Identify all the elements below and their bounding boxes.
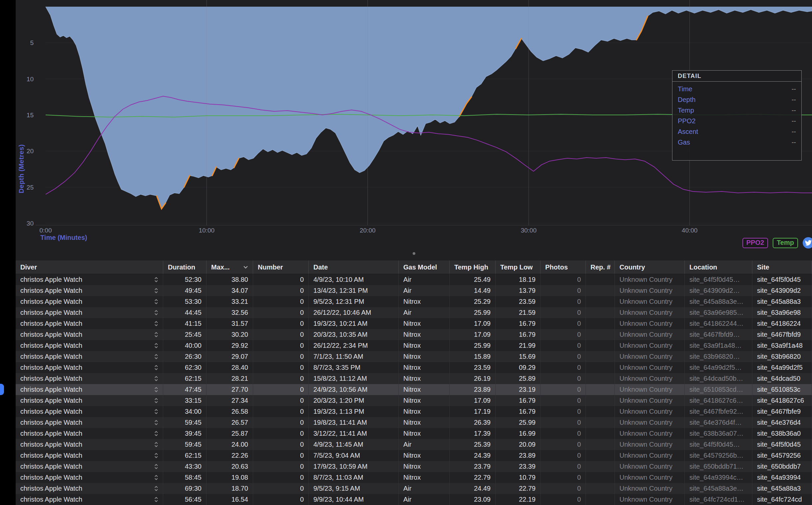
table-row[interactable]: christos Apple Watch 41:1531.57019/3/23,… (16, 318, 812, 329)
dive-log-app: 0:0010:0020:0030:0040:0051015202530 Dept… (0, 0, 812, 505)
cell-site: site_63a96e98 (752, 307, 812, 318)
column-header-gas[interactable]: Gas Model (399, 261, 450, 274)
row-stepper-icon[interactable] (154, 310, 158, 316)
column-header-rep[interactable]: Rep. # (586, 261, 615, 274)
table-row[interactable]: christos Apple Watch 59:4526.57019/8/23,… (16, 417, 812, 428)
cell-location: site_63b96820… (685, 351, 752, 362)
dive-profile-chart[interactable]: 0:0010:0020:0030:0040:0051015202530 Dept… (16, 0, 812, 250)
row-stepper-icon[interactable] (154, 353, 158, 360)
row-stepper-icon[interactable] (154, 474, 158, 481)
cell-date: 19/3/23, 10:21 AM (309, 318, 399, 329)
cell-photos: 0 (541, 483, 586, 494)
table-row[interactable]: christos Apple Watch 69:3018.7009/5/23, … (16, 483, 812, 494)
cell-max: 25.87 (206, 428, 253, 439)
cell-rep (586, 450, 615, 461)
table-row[interactable]: christos Apple Watch 52:3038.8004/9/23, … (16, 274, 812, 285)
table-row[interactable]: christos Apple Watch 59:4524.0004/9/23, … (16, 439, 812, 450)
column-header-label: Max... (211, 264, 230, 271)
column-header-temp_low[interactable]: Temp Low (495, 261, 541, 274)
row-stepper-icon[interactable] (154, 485, 158, 492)
cell-location: site_645a88a3e… (685, 296, 752, 307)
table-row[interactable]: christos Apple Watch 26:3029.0707/1/23, … (16, 351, 812, 362)
row-stepper-icon[interactable] (154, 288, 158, 294)
legend-chip-ppo2[interactable]: PPO2 (743, 238, 768, 248)
table-row[interactable]: christos Apple Watch 53:3033.2109/5/23, … (16, 296, 812, 307)
cell-location: site_641862244… (685, 318, 752, 329)
cell-photos: 0 (541, 362, 586, 373)
cell-country: Unknown Country (615, 472, 685, 483)
table-row[interactable]: christos Apple Watch 34:0026.58019/3/23,… (16, 406, 812, 417)
column-header-diver[interactable]: Diver (16, 261, 163, 274)
row-stepper-icon[interactable] (154, 496, 158, 503)
table-row[interactable]: christos Apple Watch 47:4527.70024/9/23,… (16, 384, 812, 395)
table-row[interactable]: christos Apple Watch 33:1527.34020/3/23,… (16, 395, 812, 406)
table-row[interactable]: christos Apple Watch 49:4534.07013/4/23,… (16, 285, 812, 296)
table-row[interactable]: christos Apple Watch 62:1522.2607/5/23, … (16, 450, 812, 461)
cell-rep (586, 406, 615, 417)
pane-splitter[interactable] (16, 250, 812, 261)
row-stepper-icon[interactable] (154, 342, 158, 349)
cell-photos: 0 (541, 340, 586, 351)
cell-date: 4/9/23, 10:10 AM (309, 274, 399, 285)
table-row[interactable]: christos Apple Watch 62:1528.21015/8/23,… (16, 373, 812, 384)
column-header-duration[interactable]: Duration (163, 261, 206, 274)
cell-photos: 0 (541, 417, 586, 428)
column-header-location[interactable]: Location (685, 261, 752, 274)
sort-dropdown-icon[interactable] (243, 266, 248, 269)
cell-diver: christos Apple Watch (16, 274, 163, 285)
table-row[interactable]: christos Apple Watch 25:4530.20020/3/23,… (16, 329, 812, 340)
cell-site: site_643909d2 (752, 285, 812, 296)
row-stepper-icon[interactable] (154, 375, 158, 382)
cell-max: 20.63 (206, 461, 253, 472)
cell-temp_high: 24.39 (450, 450, 495, 461)
x-tick-label: 10:00 (199, 227, 215, 234)
cell-gas: Nitrox (399, 461, 450, 472)
row-stepper-icon[interactable] (154, 331, 158, 338)
row-stepper-icon[interactable] (154, 463, 158, 470)
splitter-handle-dot[interactable] (413, 252, 415, 255)
cell-location: site_63a96e985… (685, 307, 752, 318)
row-stepper-icon[interactable] (154, 397, 158, 404)
legend-chips: PPO2Temp (743, 238, 798, 248)
diver-name: christos Apple Watch (20, 276, 82, 284)
cell-duration: 40:00 (163, 340, 206, 351)
row-stepper-icon[interactable] (154, 364, 158, 371)
cell-site: site_6467fbfd9 (752, 329, 812, 340)
cell-temp_high: 14.49 (450, 285, 495, 296)
table-row[interactable]: christos Apple Watch 56:4516.5409/9/23, … (16, 494, 812, 505)
cell-rep (586, 340, 615, 351)
table-row[interactable]: christos Apple Watch 62:3028.4008/7/23, … (16, 362, 812, 373)
dive-table: DiverDurationMax...NumberDateGas ModelTe… (16, 261, 812, 505)
row-stepper-icon[interactable] (154, 386, 158, 393)
row-stepper-icon[interactable] (154, 299, 158, 305)
table-row[interactable]: christos Apple Watch 39:4525.8703/12/22,… (16, 428, 812, 439)
row-stepper-icon[interactable] (154, 419, 158, 426)
row-stepper-icon[interactable] (154, 431, 158, 437)
cell-temp_low: 23.59 (495, 296, 541, 307)
cell-temp_low: 21.99 (495, 340, 541, 351)
main-area: 0:0010:0020:0030:0040:0051015202530 Dept… (16, 0, 812, 505)
legend-chip-temp[interactable]: Temp (773, 238, 798, 248)
cell-date: 3/12/22, 11:41 AM (309, 428, 399, 439)
x-tick-label: 40:00 (682, 227, 698, 234)
cell-date: 26/12/22, 2:34 PM (309, 340, 399, 351)
column-header-country[interactable]: Country (615, 261, 685, 274)
table-header-row: DiverDurationMax...NumberDateGas ModelTe… (16, 261, 812, 274)
row-stepper-icon[interactable] (154, 442, 158, 448)
column-header-site[interactable]: Site (752, 261, 812, 274)
row-stepper-icon[interactable] (154, 408, 158, 415)
column-header-max[interactable]: Max... (206, 261, 253, 274)
cell-number: 0 (253, 428, 309, 439)
column-header-date[interactable]: Date (309, 261, 399, 274)
column-header-temp_high[interactable]: Temp High (450, 261, 495, 274)
column-header-number[interactable]: Number (253, 261, 309, 274)
app-logo-badge[interactable] (803, 237, 812, 248)
row-stepper-icon[interactable] (154, 452, 158, 459)
table-row[interactable]: christos Apple Watch 44:4532.56026/12/22… (16, 307, 812, 318)
row-stepper-icon[interactable] (154, 277, 158, 283)
table-row[interactable]: christos Apple Watch 58:4519.0808/7/23, … (16, 472, 812, 483)
row-stepper-icon[interactable] (154, 320, 158, 327)
table-row[interactable]: christos Apple Watch 43:3020.63017/9/23,… (16, 461, 812, 472)
column-header-photos[interactable]: Photos (541, 261, 586, 274)
table-row[interactable]: christos Apple Watch 40:0029.92026/12/22… (16, 340, 812, 351)
